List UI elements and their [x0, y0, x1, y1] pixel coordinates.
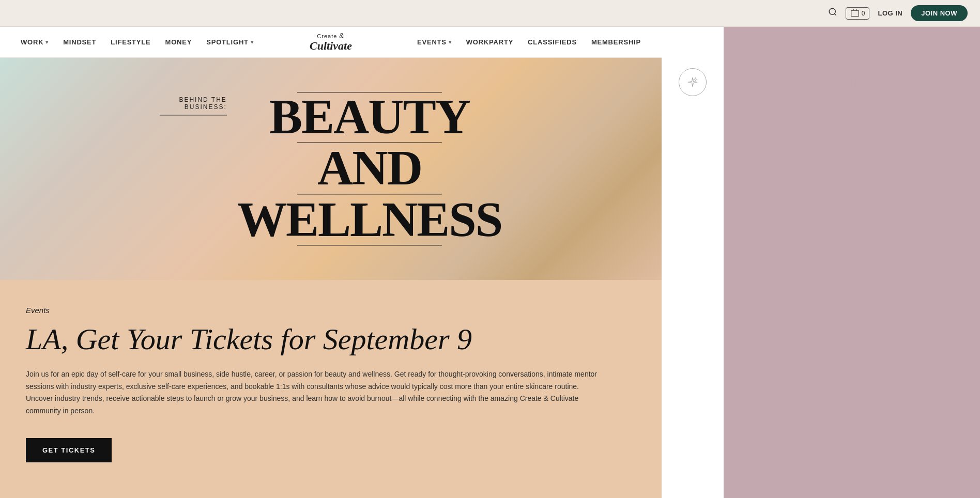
right-side-panels	[662, 27, 980, 498]
svg-point-0	[829, 8, 835, 14]
log-in-button[interactable]: LOG IN	[878, 9, 902, 17]
nav-item-classifieds[interactable]: CLASSIFIEDS	[528, 38, 577, 46]
nav-item-mindset[interactable]: MINDSET	[63, 38, 96, 46]
svg-rect-2	[851, 10, 859, 17]
nav-item-workparty[interactable]: WORKPARTY	[466, 38, 513, 46]
join-now-button[interactable]: JOIN NOW	[911, 5, 968, 21]
nav-item-membership[interactable]: MEMBERSHIP	[591, 38, 641, 46]
main-nav: WORK ▾ MINDSET LIFESTYLE MONEY SPOTLIGHT…	[0, 27, 662, 58]
nav-item-work[interactable]: WORK ▾	[21, 38, 49, 46]
right-pink-panel	[724, 27, 980, 498]
right-white-panel	[662, 27, 724, 498]
chevron-down-icon: ▾	[251, 39, 254, 45]
hero-title-line2: AND	[237, 146, 502, 191]
hero-subtitle: BEHIND THE	[160, 96, 227, 103]
top-header: 0 LOG IN JOIN NOW	[0, 0, 980, 27]
hero-subtitle2: BUSINESS:	[160, 103, 227, 111]
search-icon[interactable]	[828, 7, 837, 19]
note-icon[interactable]	[838, 68, 866, 96]
page-wrapper: WORK ▾ MINDSET LIFESTYLE MONEY SPOTLIGHT…	[0, 27, 980, 498]
event-title: LA, Get Your Tickets for September 9	[26, 323, 636, 356]
nav-item-lifestyle[interactable]: LIFESTYLE	[111, 38, 150, 46]
sparkle-icon[interactable]	[679, 68, 707, 96]
main-content: WORK ▾ MINDSET LIFESTYLE MONEY SPOTLIGHT…	[0, 27, 662, 498]
get-tickets-button[interactable]: GET TICKETS	[26, 438, 112, 462]
event-content-section: Events LA, Get Your Tickets for Septembe…	[0, 280, 662, 498]
chevron-down-icon: ▾	[45, 39, 49, 45]
nav-right: EVENTS ▾ WORKPARTY CLASSIFIEDS MEMBERSHI…	[417, 38, 641, 46]
nav-item-spotlight[interactable]: SPOTLIGHT ▾	[206, 38, 253, 46]
nav-item-events[interactable]: EVENTS ▾	[417, 38, 452, 46]
hero-title-block: BEAUTY AND WELLNESS	[237, 87, 502, 251]
chevron-down-icon: ▾	[449, 39, 452, 45]
svg-line-1	[834, 13, 836, 15]
nav-left: WORK ▾ MINDSET LIFESTYLE MONEY SPOTLIGHT…	[21, 38, 254, 46]
nav-item-money[interactable]: MONEY	[165, 38, 192, 46]
hero-background: BEHIND THE BUSINESS: BEAUTY AND WELLNESS	[0, 58, 662, 280]
hero-title-line1: BEAUTY	[237, 95, 502, 139]
hero-title-line3: WELLNESS	[237, 197, 502, 242]
events-label: Events	[26, 306, 636, 315]
svg-rect-3	[848, 77, 856, 87]
hero-content: BEHIND THE BUSINESS: BEAUTY AND WELLNESS	[160, 87, 502, 251]
event-description: Join us for an epic day of self-care for…	[26, 368, 605, 417]
site-logo[interactable]: Create & Cultivate	[310, 32, 352, 53]
header-icons: 0 LOG IN JOIN NOW	[828, 5, 968, 21]
cart-count: 0	[862, 10, 865, 17]
cart-button[interactable]: 0	[846, 7, 870, 20]
hero-section: BEHIND THE BUSINESS: BEAUTY AND WELLNESS	[0, 58, 662, 280]
